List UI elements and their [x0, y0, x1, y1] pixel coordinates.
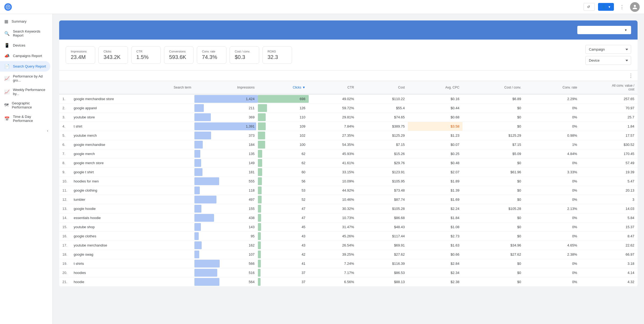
table-row[interactable]: 17.youtube merchandise1624326.54%$69.91$…: [59, 241, 638, 250]
search-query-table: Search termImpressionsClicks ▼CTRCostAvg…: [59, 81, 638, 287]
sidebar-item-campaigns[interactable]: 📣Campaigns Report: [0, 51, 50, 61]
device-filter[interactable]: Device: [585, 56, 631, 65]
table-row[interactable]: 7.google merch1356245.93%$15.26$0.25$5.0…: [59, 149, 638, 159]
kpi-card-6[interactable]: ROAS32.3: [262, 46, 292, 64]
conv-rate-cell: 0%: [524, 104, 580, 113]
kpi-value-4: 74.3%: [202, 54, 221, 60]
all-conv-cell: 3: [580, 195, 638, 204]
all-conv-cell: 4.14: [580, 268, 638, 277]
sidebar-item-search-keywords[interactable]: 🔍Search Keywords Report: [0, 27, 50, 40]
sidebar-label-performance-ad: Performance by Ad gro...: [13, 74, 46, 82]
table-row[interactable]: 12.tumbler4975210.46%$87.74$1.69$00%3: [59, 195, 638, 204]
table-row[interactable]: 15.youtube shop1434531.47%$48.43$1.08$00…: [59, 223, 638, 232]
kpi-card-0[interactable]: Impressions23.4M: [66, 46, 95, 64]
table-row[interactable]: 10.hoodies for men5555610.09%$105.95$1.8…: [59, 177, 638, 186]
sidebar-item-search-query[interactable]: 📄Search Query Report: [0, 61, 50, 72]
clicks-cell: 56: [258, 177, 309, 186]
date-range-button[interactable]: ▾: [577, 26, 631, 34]
report-header: ▾: [59, 20, 638, 40]
col-header-impressions[interactable]: Impressions: [194, 81, 258, 94]
impressions-cell: 143: [194, 223, 258, 232]
col-header-num[interactable]: [59, 81, 70, 94]
user-avatar[interactable]: [630, 2, 640, 12]
table-row[interactable]: 20.hoodies516377.17%$86.53$2.34$00%4.14: [59, 268, 638, 277]
col-header-conv_rate[interactable]: Conv. rate: [524, 81, 580, 94]
row-number: 21.: [59, 277, 70, 287]
table-row[interactable]: 3.youtube store36911029.81%$74.65$0.68$0…: [59, 113, 638, 122]
row-number: 9.: [59, 168, 70, 177]
performance-ad-icon: 📈: [4, 76, 10, 81]
avg-cpc-cell: $1.89: [408, 177, 462, 186]
date-range-chevron: ▾: [625, 28, 627, 32]
impressions-cell: 135: [194, 149, 258, 159]
row-number: 8.: [59, 159, 70, 168]
cost-cell: $105.28: [357, 204, 408, 213]
table-menu-button[interactable]: ⋮: [628, 73, 633, 79]
table-row[interactable]: 18.google swag1074239.25%$27.62$0.66$27.…: [59, 250, 638, 259]
sidebar-item-geographic[interactable]: 🗺Geographic Performance: [0, 98, 50, 112]
search-term: t shirt: [70, 122, 194, 131]
table-row[interactable]: 11.google clothing1185344.92%$73.48$1.39…: [59, 186, 638, 195]
col-header-cost[interactable]: Cost: [357, 81, 408, 94]
impressions-cell: 369: [194, 113, 258, 122]
sidebar-collapse-button[interactable]: ‹: [0, 125, 52, 136]
table-row[interactable]: 2.google apparel21112659.72%$55.4$0.44$0…: [59, 104, 638, 113]
col-header-clicks[interactable]: Clicks ▼: [258, 81, 309, 94]
sidebar-item-devices[interactable]: 📱Devices: [0, 40, 50, 51]
conv-rate-cell: 0%: [524, 213, 580, 223]
kpi-card-1[interactable]: Clicks343.2K: [98, 46, 128, 64]
impressions-cell: 107: [194, 250, 258, 259]
row-number: 15.: [59, 223, 70, 232]
sidebar-label-campaigns: Campaigns Report: [13, 54, 42, 58]
sidebar-label-search-query: Search Query Report: [13, 64, 46, 68]
search-term: google merchandise store: [70, 94, 194, 104]
kpi-card-2[interactable]: CTR1.5%: [131, 46, 161, 64]
impressions-cell: 149: [194, 159, 258, 168]
table-row[interactable]: 13.google hoodie1554730.32%$105.28$2.24$…: [59, 204, 638, 213]
campaign-filter[interactable]: Campaign: [585, 45, 631, 54]
table-row[interactable]: 4.t shirt1,3911097.84%$389.75$3.58$00%1.…: [59, 122, 638, 131]
search-term: google t shirt: [70, 168, 194, 177]
table-row[interactable]: 14.essentials hoodie4384710.73%$86.68$1.…: [59, 213, 638, 223]
geographic-icon: 🗺: [4, 103, 9, 108]
table-row[interactable]: 5.youtube merch37310227.35%$125.29$1.23$…: [59, 131, 638, 140]
sidebar-item-time-day[interactable]: 📅Time & Day Performance: [0, 112, 50, 125]
sidebar-item-performance-ad[interactable]: 📈Performance by Ad gro...: [0, 72, 50, 85]
table-row[interactable]: 19.t shirts566417.24%$116.39$2.84$00%3.1…: [59, 259, 638, 268]
cost-conv-cell: $0: [462, 104, 524, 113]
clicks-cell: 126: [258, 104, 309, 113]
all-conv-cell: 5.47: [580, 177, 638, 186]
table-row[interactable]: 9.google t shirt1816033.15%$123.91$2.07$…: [59, 168, 638, 177]
kpi-card-5[interactable]: Cost / conv.$0.3: [230, 46, 259, 64]
table-row[interactable]: 6.google merchandise18410054.35%$7.15$0.…: [59, 140, 638, 149]
col-header-cost_conv[interactable]: Cost / conv.: [462, 81, 524, 94]
all-conv-cell: 257.65: [580, 94, 638, 104]
kpi-card-4[interactable]: Conv. rate74.3%: [197, 46, 226, 64]
avg-cpc-cell: $2.24: [408, 204, 462, 213]
ctr-cell: 10.09%: [309, 177, 357, 186]
table-row[interactable]: 16.google clothes954345.26%$117.44$2.73$…: [59, 232, 638, 241]
col-header-search_term[interactable]: Search term: [70, 81, 194, 94]
row-number: 4.: [59, 122, 70, 131]
reset-button[interactable]: ↺: [583, 3, 595, 11]
kpi-label-2: CTR: [136, 50, 156, 53]
table-row[interactable]: 1.google merchandise store1,42469849.02%…: [59, 94, 638, 104]
cost-conv-cell: $6.89: [462, 94, 524, 104]
table-row[interactable]: 8.google merch store1496241.61%$29.76$0.…: [59, 159, 638, 168]
col-header-avg_cpc[interactable]: Avg. CPC: [408, 81, 462, 94]
kpi-card-3[interactable]: Conversions593.6K: [164, 46, 194, 64]
search-keywords-icon: 🔍: [4, 31, 10, 36]
more-options-button[interactable]: ⋮: [617, 2, 627, 12]
share-button[interactable]: 👤 ▾: [598, 3, 614, 11]
sidebar-item-summary[interactable]: ▦Summary: [0, 16, 50, 27]
kpi-value-3: 593.6K: [169, 54, 188, 60]
impressions-cell: 497: [194, 195, 258, 204]
all-conv-cell: 5.84: [580, 213, 638, 223]
sidebar-item-weekly-performance[interactable]: 📈Weekly Performance by...: [0, 85, 50, 98]
clicks-cell: 43: [258, 241, 309, 250]
table-row[interactable]: 21.hoodie564376.56%$88.13$2.38$00%4.32: [59, 277, 638, 287]
col-header-ctr[interactable]: CTR: [309, 81, 357, 94]
cost-conv-cell: $7.15: [462, 140, 524, 149]
all-conv-cell: 4.32: [580, 277, 638, 287]
col-header-all_conv[interactable]: All conv. value /cost: [580, 81, 638, 94]
